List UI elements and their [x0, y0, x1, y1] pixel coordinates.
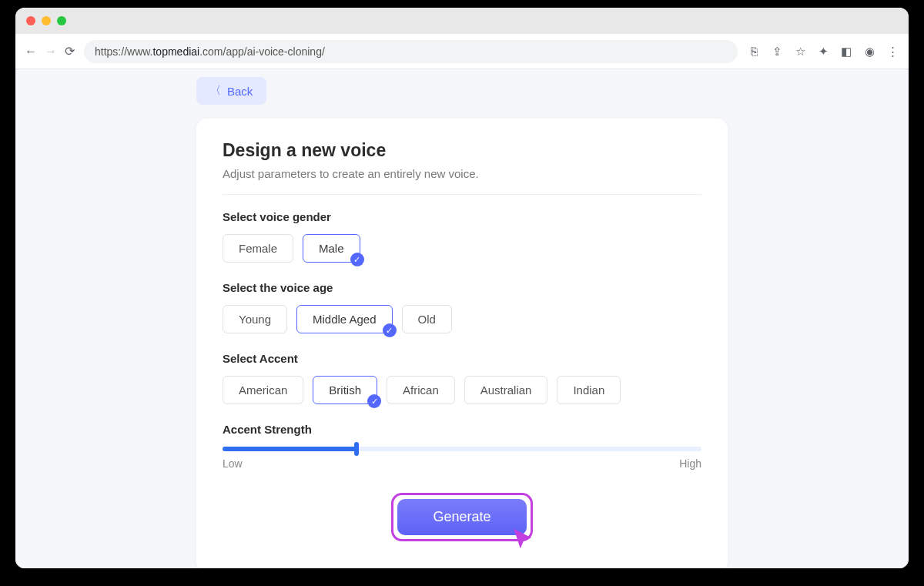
accent-option-african[interactable]: African✓ [387, 376, 455, 404]
nav-forward-icon[interactable]: → [45, 45, 57, 59]
check-icon: ✓ [350, 253, 364, 266]
extensions-icon[interactable]: ✦ [816, 45, 830, 59]
slider-fill [223, 447, 357, 451]
age-option-young[interactable]: Young✓ [223, 305, 287, 333]
accent-chip-row: American✓British✓African✓Australian✓Indi… [223, 376, 701, 404]
nav-reload-icon[interactable]: ⟳ [65, 44, 75, 59]
back-button[interactable]: 〈 Back [196, 77, 266, 105]
window-maximize-button[interactable] [57, 16, 66, 25]
share-icon[interactable]: ⇪ [770, 45, 784, 59]
accent-option-australian[interactable]: Australian✓ [464, 376, 548, 404]
address-bar[interactable]: https://www.topmediai.com/app/ai-voice-c… [84, 40, 738, 63]
page-subtitle: Adjust parameters to create an entirely … [223, 167, 701, 180]
slider-low-label: Low [223, 457, 243, 470]
chevron-left-icon: 〈 [210, 84, 221, 98]
check-icon: ✓ [383, 323, 397, 337]
gender-option-male[interactable]: Male✓ [303, 234, 360, 263]
page-title: Design a new voice [223, 140, 701, 161]
chip-label: Male [319, 242, 344, 255]
strength-section-label: Accent Strength [223, 423, 701, 436]
accent-section-label: Select Accent [223, 352, 701, 365]
accent-strength-slider[interactable]: Low High [223, 447, 701, 470]
url-domain: topmediai [152, 45, 199, 58]
accent-option-indian[interactable]: Indian✓ [557, 376, 621, 404]
accent-option-american[interactable]: American✓ [223, 376, 303, 404]
chip-label: Young [239, 313, 271, 326]
bookmark-icon[interactable]: ☆ [793, 45, 807, 59]
url-suffix: .com/app/ai-voice-cloning/ [199, 45, 325, 58]
window-titlebar [15, 8, 909, 34]
gender-option-female[interactable]: Female✓ [223, 234, 293, 263]
page-viewport: 〈 Back Design a new voice Adjust paramet… [15, 69, 909, 568]
age-option-old[interactable]: Old✓ [402, 305, 452, 333]
generate-button[interactable]: Generate [397, 499, 526, 535]
accent-option-british[interactable]: British✓ [313, 376, 377, 404]
chip-label: American [239, 383, 287, 397]
chip-label: Indian [573, 383, 604, 397]
chip-label: African [403, 383, 439, 397]
chip-label: Old [418, 313, 436, 326]
age-option-middle-aged[interactable]: Middle Aged✓ [296, 305, 393, 333]
cursor-pointer-icon [511, 527, 537, 553]
window-close-button[interactable] [26, 16, 35, 25]
url-prefix: https://www. [95, 45, 152, 58]
browser-toolbar: ← → ⟳ https://www.topmediai.com/app/ai-v… [15, 34, 909, 69]
age-chip-row: Young✓Middle Aged✓Old✓ [223, 305, 701, 333]
back-button-label: Back [227, 85, 253, 98]
slider-thumb[interactable] [354, 442, 359, 456]
chip-label: British [329, 383, 361, 397]
voice-design-card: Design a new voice Adjust parameters to … [196, 119, 728, 568]
chip-label: Female [239, 242, 277, 255]
profile-icon[interactable]: ◉ [862, 45, 876, 59]
browser-window: ← → ⟳ https://www.topmediai.com/app/ai-v… [15, 8, 909, 568]
install-app-icon[interactable]: ⎘ [747, 45, 761, 58]
sidepanel-icon[interactable]: ◧ [839, 45, 853, 59]
chip-label: Middle Aged [313, 313, 377, 326]
gender-chip-row: Female✓Male✓ [223, 234, 701, 263]
check-icon: ✓ [367, 394, 381, 408]
nav-back-icon[interactable]: ← [25, 45, 37, 59]
slider-high-label: High [679, 457, 701, 470]
window-minimize-button[interactable] [42, 16, 51, 25]
divider [223, 194, 701, 195]
gender-section-label: Select voice gender [223, 210, 701, 223]
menu-icon[interactable]: ⋮ [886, 45, 899, 59]
age-section-label: Select the voice age [223, 281, 701, 294]
generate-highlight: Generate [391, 493, 532, 541]
chip-label: Australian [480, 383, 532, 397]
